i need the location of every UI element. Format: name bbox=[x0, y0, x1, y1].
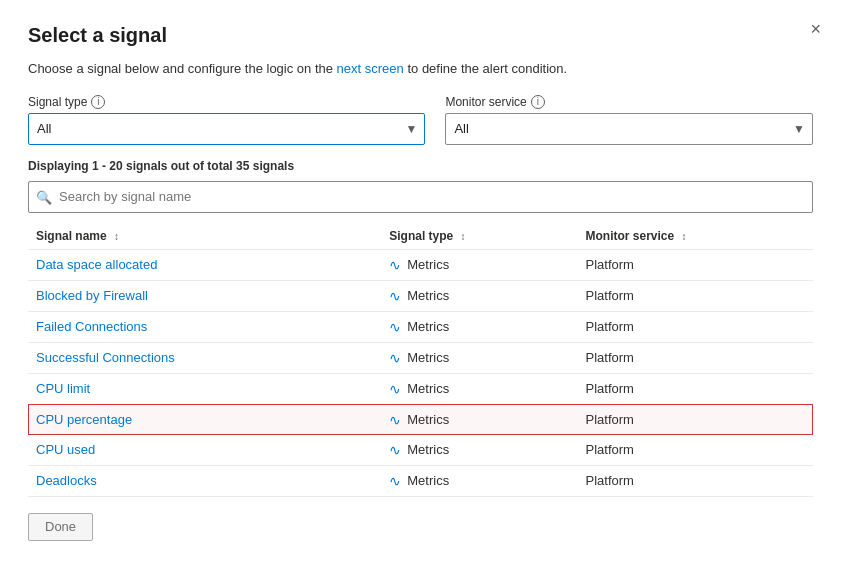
sort-signal-type-icon: ↕ bbox=[461, 231, 466, 242]
signal-type-value: Metrics bbox=[407, 381, 449, 396]
metrics-icon: ∿ bbox=[389, 257, 401, 273]
table-header: Signal name ↕ Signal type ↕ Monitor serv… bbox=[28, 223, 813, 250]
signal-type-value: Metrics bbox=[407, 473, 449, 488]
total-label: Displaying 1 - 20 signals out of total 3… bbox=[28, 159, 813, 173]
monitor-service-select[interactable]: All Platform Log Analytics Application I… bbox=[445, 113, 813, 145]
table-row[interactable]: Blocked by Firewall∿MetricsPlatform bbox=[28, 280, 813, 311]
signal-type-info-icon[interactable]: i bbox=[91, 95, 105, 109]
metrics-icon: ∿ bbox=[389, 381, 401, 397]
metrics-icon: ∿ bbox=[389, 319, 401, 335]
metrics-icon: ∿ bbox=[389, 288, 401, 304]
table-cell-signal-name: Data space allocated bbox=[28, 249, 381, 280]
col-header-signal-type[interactable]: Signal type ↕ bbox=[381, 223, 577, 250]
signal-name-link[interactable]: Failed Connections bbox=[36, 319, 147, 334]
signal-type-value: Metrics bbox=[407, 257, 449, 272]
table-row[interactable]: Data space allocated∿MetricsPlatform bbox=[28, 249, 813, 280]
col-header-signal-name[interactable]: Signal name ↕ bbox=[28, 223, 381, 250]
signal-name-link[interactable]: CPU percentage bbox=[36, 412, 132, 427]
table-cell-signal-type: ∿Metrics bbox=[381, 280, 577, 311]
col-header-monitor-service[interactable]: Monitor service ↕ bbox=[578, 223, 814, 250]
search-icon: 🔍 bbox=[36, 189, 52, 204]
done-button[interactable]: Done bbox=[28, 513, 93, 541]
table-cell-signal-type: ∿Metrics bbox=[381, 465, 577, 496]
table-cell-signal-name: CPU limit bbox=[28, 373, 381, 404]
table-cell-signal-type: ∿Metrics bbox=[381, 435, 577, 466]
table-cell-monitor-service: Platform bbox=[578, 249, 814, 280]
table-row[interactable]: Successful Connections∿MetricsPlatform bbox=[28, 342, 813, 373]
monitor-service-info-icon[interactable]: i bbox=[531, 95, 545, 109]
signal-type-label: Signal type i bbox=[28, 95, 425, 109]
signal-type-value: Metrics bbox=[407, 412, 449, 427]
table-cell-signal-name: CPU used bbox=[28, 435, 381, 466]
filters-row: Signal type i All Metrics Logs Activity … bbox=[28, 95, 813, 145]
metrics-icon: ∿ bbox=[389, 442, 401, 458]
table-header-row: Signal name ↕ Signal type ↕ Monitor serv… bbox=[28, 223, 813, 250]
table-cell-signal-name: Failed Connections bbox=[28, 311, 381, 342]
signal-type-select-wrapper: All Metrics Logs Activity Log Smart Dete… bbox=[28, 113, 425, 145]
monitor-service-label: Monitor service i bbox=[445, 95, 813, 109]
metrics-icon: ∿ bbox=[389, 473, 401, 489]
signal-type-filter-group: Signal type i All Metrics Logs Activity … bbox=[28, 95, 425, 145]
metrics-icon: ∿ bbox=[389, 412, 401, 428]
signal-type-value: Metrics bbox=[407, 288, 449, 303]
table-row[interactable]: CPU used∿MetricsPlatform bbox=[28, 435, 813, 466]
signal-type-value: Metrics bbox=[407, 319, 449, 334]
signal-type-select[interactable]: All Metrics Logs Activity Log Smart Dete… bbox=[28, 113, 425, 145]
signal-type-value: Metrics bbox=[407, 442, 449, 457]
metrics-icon: ∿ bbox=[389, 350, 401, 366]
description-text-suffix: to define the alert condition. bbox=[404, 61, 567, 76]
table-cell-signal-name: CPU percentage bbox=[28, 404, 381, 435]
table-body: Data space allocated∿MetricsPlatformBloc… bbox=[28, 249, 813, 496]
signals-table: Signal name ↕ Signal type ↕ Monitor serv… bbox=[28, 223, 813, 497]
signal-name-link[interactable]: Blocked by Firewall bbox=[36, 288, 148, 303]
table-cell-signal-name: Blocked by Firewall bbox=[28, 280, 381, 311]
description: Choose a signal below and configure the … bbox=[28, 59, 813, 79]
table-cell-monitor-service: Platform bbox=[578, 311, 814, 342]
table-cell-signal-type: ∿Metrics bbox=[381, 249, 577, 280]
signal-name-link[interactable]: Deadlocks bbox=[36, 473, 97, 488]
signal-name-link[interactable]: CPU limit bbox=[36, 381, 90, 396]
table-cell-signal-name: Successful Connections bbox=[28, 342, 381, 373]
table-cell-monitor-service: Platform bbox=[578, 435, 814, 466]
sort-signal-name-icon: ↕ bbox=[114, 231, 119, 242]
table-cell-monitor-service: Platform bbox=[578, 373, 814, 404]
description-text-prefix: Choose a signal below and configure the … bbox=[28, 61, 337, 76]
table-row[interactable]: CPU limit∿MetricsPlatform bbox=[28, 373, 813, 404]
table-cell-signal-type: ∿Metrics bbox=[381, 404, 577, 435]
table-cell-signal-type: ∿Metrics bbox=[381, 311, 577, 342]
monitor-service-filter-group: Monitor service i All Platform Log Analy… bbox=[445, 95, 813, 145]
table-cell-monitor-service: Platform bbox=[578, 465, 814, 496]
table-cell-monitor-service: Platform bbox=[578, 280, 814, 311]
table-cell-signal-type: ∿Metrics bbox=[381, 342, 577, 373]
table-cell-signal-type: ∿Metrics bbox=[381, 373, 577, 404]
select-signal-panel: Select a signal × Choose a signal below … bbox=[0, 0, 841, 571]
panel-title: Select a signal bbox=[28, 24, 813, 47]
search-wrapper: 🔍 bbox=[28, 181, 813, 213]
signal-name-link[interactable]: Successful Connections bbox=[36, 350, 175, 365]
signal-name-link[interactable]: CPU used bbox=[36, 442, 95, 457]
monitor-service-select-wrapper: All Platform Log Analytics Application I… bbox=[445, 113, 813, 145]
table-row[interactable]: Deadlocks∿MetricsPlatform bbox=[28, 465, 813, 496]
table-row[interactable]: Failed Connections∿MetricsPlatform bbox=[28, 311, 813, 342]
footer: Done bbox=[28, 513, 813, 541]
sort-monitor-service-icon: ↕ bbox=[682, 231, 687, 242]
table-cell-monitor-service: Platform bbox=[578, 404, 814, 435]
signal-type-value: Metrics bbox=[407, 350, 449, 365]
table-cell-signal-name: Deadlocks bbox=[28, 465, 381, 496]
close-button[interactable]: × bbox=[810, 20, 821, 38]
description-link[interactable]: next screen bbox=[337, 61, 404, 76]
table-row[interactable]: CPU percentage∿MetricsPlatform bbox=[28, 404, 813, 435]
signal-name-link[interactable]: Data space allocated bbox=[36, 257, 157, 272]
search-input[interactable] bbox=[28, 181, 813, 213]
table-cell-monitor-service: Platform bbox=[578, 342, 814, 373]
